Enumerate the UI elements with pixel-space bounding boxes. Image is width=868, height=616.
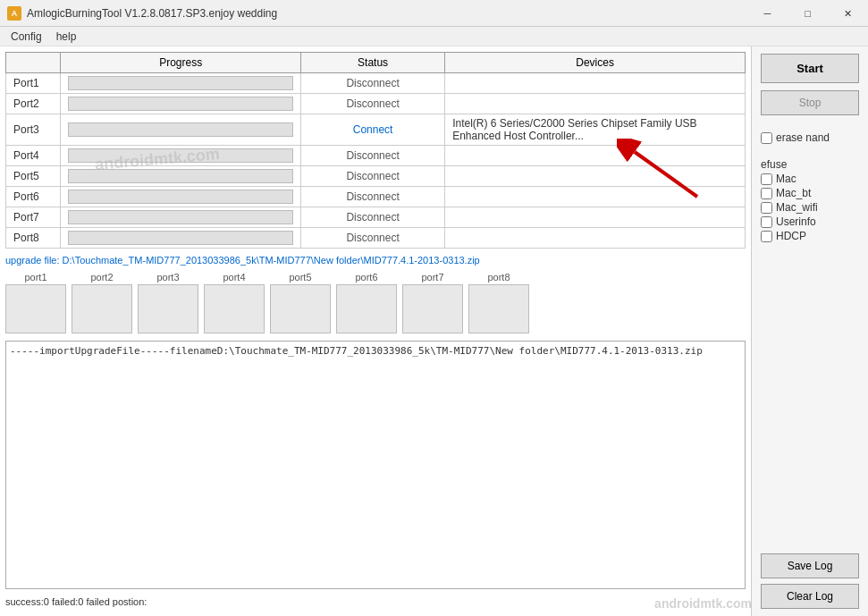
table-row: Port8Disconnect <box>6 228 746 249</box>
status-cell: Disconnect <box>301 166 445 187</box>
progress-bar <box>68 122 293 137</box>
col-port <box>6 53 61 73</box>
efuse-mac-checkbox[interactable] <box>761 173 772 185</box>
status-cell: Disconnect <box>301 146 445 166</box>
progress-bar <box>68 231 293 245</box>
menu-config[interactable]: Config <box>4 29 49 45</box>
port-thumb-label: port5 <box>289 272 311 283</box>
efuse-mac_bt-label: Mac_bt <box>776 187 811 199</box>
efuse-mac-label: Mac <box>776 173 796 185</box>
progress-bar <box>68 210 293 224</box>
progress-bar <box>68 169 293 183</box>
port-thumb-label: port1 <box>24 272 46 283</box>
table-row: Port1Disconnect <box>6 73 746 94</box>
efuse-hdcp-checkbox[interactable] <box>761 231 772 242</box>
erase-nand-row: erase nand <box>761 131 859 144</box>
table-row: Port5Disconnect <box>6 166 746 187</box>
close-button[interactable]: ✕ <box>828 0 868 27</box>
port-thumb: port7 <box>402 272 463 333</box>
status-text: success:0 failed:0 failed postion: <box>5 596 147 607</box>
devices-cell <box>445 228 746 249</box>
port-thumb-label: port6 <box>355 272 377 283</box>
table-row: Port2Disconnect <box>6 94 746 114</box>
efuse-label: efuse <box>761 158 859 171</box>
port-thumb-box <box>270 284 331 333</box>
port-thumb: port4 <box>204 272 265 333</box>
col-devices: Devices <box>445 53 746 73</box>
port-thumb: port5 <box>270 272 331 333</box>
title-text: AmlogicBurningTool V1.2.8.0817.SP3.enjoy… <box>27 7 277 20</box>
efuse-checkboxes: MacMac_btMac_wifiUserinfoHDCP <box>761 173 859 242</box>
progress-cell <box>61 187 301 207</box>
col-status: Status <box>301 53 445 73</box>
port-thumbnails: port1port2port3port4port5port6port7port8 <box>5 272 746 333</box>
devices-cell <box>445 166 746 187</box>
start-button[interactable]: Start <box>761 54 859 83</box>
efuse-section: efuse MacMac_btMac_wifiUserinfoHDCP <box>761 153 859 244</box>
stop-button[interactable]: Stop <box>761 90 859 115</box>
port-thumb-label: port3 <box>156 272 179 283</box>
efuse-mac-row: Mac <box>761 173 859 185</box>
efuse-mac_bt-checkbox[interactable] <box>761 188 772 199</box>
port-thumb-label: port7 <box>421 272 443 283</box>
devices-cell: Intel(R) 6 Series/C2000 Series Chipset F… <box>445 114 746 146</box>
col-progress: Progress <box>61 53 301 73</box>
port-thumb: port1 <box>5 272 66 333</box>
progress-cell <box>61 228 301 249</box>
port-thumb: port3 <box>138 272 198 333</box>
efuse-userinfo-checkbox[interactable] <box>761 216 772 228</box>
progress-cell <box>61 146 301 166</box>
devices-cell <box>445 146 746 166</box>
status-cell: Disconnect <box>301 94 445 114</box>
port-label: Port3 <box>6 114 61 146</box>
minimize-button[interactable]: ─ <box>747 0 788 27</box>
status-cell: Connect <box>301 114 445 146</box>
app-icon: A <box>7 6 21 21</box>
port-thumb-label: port2 <box>90 272 113 283</box>
save-log-button[interactable]: Save Log <box>761 553 859 578</box>
port-thumb-label: port8 <box>487 272 510 283</box>
right-panel: Start Stop erase nand efuse MacMac_btMac… <box>752 46 868 616</box>
menu-bar: Config help <box>0 27 868 46</box>
progress-bar <box>68 97 293 111</box>
clear-log-button[interactable]: Clear Log <box>761 584 859 609</box>
port-thumb: port6 <box>336 272 397 333</box>
port-thumb-box <box>72 284 132 333</box>
progress-cell <box>61 166 301 187</box>
progress-cell <box>61 73 301 94</box>
status-cell: Disconnect <box>301 73 445 94</box>
port-label: Port1 <box>6 73 61 94</box>
efuse-userinfo-label: Userinfo <box>776 215 816 228</box>
efuse-mac_wifi-checkbox[interactable] <box>761 202 772 214</box>
port-thumb-box <box>138 284 198 333</box>
status-cell: Disconnect <box>301 207 445 228</box>
port-label: Port2 <box>6 94 61 114</box>
efuse-mac_wifi-label: Mac_wifi <box>776 201 818 214</box>
maximize-button[interactable]: □ <box>788 0 828 27</box>
erase-nand-checkbox[interactable] <box>761 132 772 144</box>
log-area[interactable]: -----importUpgradeFile-----filenameD:\To… <box>5 341 746 589</box>
progress-cell <box>61 207 301 228</box>
port-thumb-box <box>5 284 66 333</box>
progress-cell <box>61 94 301 114</box>
devices-cell <box>445 94 746 114</box>
menu-help[interactable]: help <box>49 29 84 45</box>
progress-cell <box>61 114 301 146</box>
efuse-hdcp-label: HDCP <box>776 230 806 242</box>
table-row: Port6Disconnect <box>6 187 746 207</box>
upgrade-file-path: upgrade file: D:\Touchmate_TM-MID777_201… <box>5 255 746 266</box>
progress-bar <box>68 148 293 163</box>
port-label: Port5 <box>6 166 61 187</box>
ports-table: Progress Status Devices Port1DisconnectP… <box>5 52 746 249</box>
left-panel: androidmtk.com Progress Status Devices P… <box>0 46 752 616</box>
efuse-userinfo-row: Userinfo <box>761 215 859 228</box>
main-container: androidmtk.com Progress Status Devices P… <box>0 46 868 616</box>
port-thumb: port8 <box>468 272 529 333</box>
table-row: Port3ConnectIntel(R) 6 Series/C2000 Seri… <box>6 114 746 146</box>
port-label: Port8 <box>6 228 61 249</box>
devices-cell <box>445 207 746 228</box>
port-thumb-box <box>336 284 397 333</box>
table-wrapper: androidmtk.com Progress Status Devices P… <box>5 52 746 252</box>
erase-nand-label: erase nand <box>776 131 830 144</box>
port-thumb-label: port4 <box>223 272 245 283</box>
